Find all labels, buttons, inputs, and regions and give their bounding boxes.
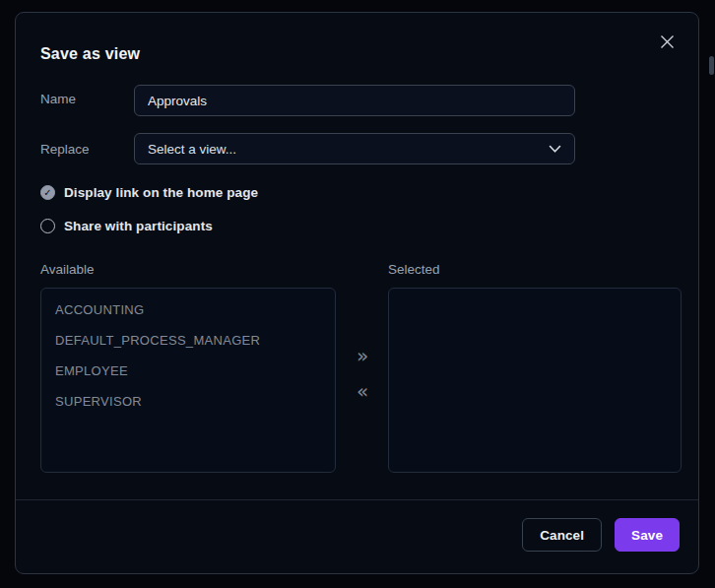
list-item[interactable]: ACCOUNTING <box>41 294 335 325</box>
dialog-footer: Cancel Save <box>16 499 698 573</box>
save-as-view-dialog: Save as view Name Replace Select a view.… <box>15 12 699 574</box>
chevron-down-icon <box>549 145 561 154</box>
replace-select-value: Select a view... <box>148 142 236 157</box>
share-participants-label: Share with participants <box>64 219 213 233</box>
page-background: Save as view Name Replace Select a view.… <box>0 0 715 588</box>
cancel-button[interactable]: Cancel <box>522 518 602 552</box>
display-link-checkbox-row[interactable]: ✓ Display link on the home page <box>40 185 258 200</box>
move-right-button[interactable]: » <box>348 346 377 365</box>
name-input[interactable] <box>134 85 575 116</box>
check-icon: ✓ <box>43 188 51 198</box>
replace-label: Replace <box>40 142 90 157</box>
available-label: Available <box>40 262 95 277</box>
double-chevron-left-icon: « <box>357 379 368 403</box>
name-label: Name <box>40 92 76 106</box>
display-link-label: Display link on the home page <box>64 185 258 200</box>
close-icon <box>659 33 676 53</box>
checkbox-unchecked-icon[interactable]: ✓ <box>40 219 55 233</box>
available-listbox[interactable]: ACCOUNTING DEFAULT_PROCESS_MANAGER EMPLO… <box>40 288 336 473</box>
selected-label: Selected <box>388 262 440 277</box>
list-item[interactable]: SUPERVISOR <box>41 386 335 417</box>
close-button[interactable] <box>655 32 679 55</box>
selected-listbox[interactable] <box>388 288 682 473</box>
list-item[interactable]: EMPLOYEE <box>41 356 335 386</box>
dialog-title: Save as view <box>40 45 140 63</box>
move-left-button[interactable]: « <box>348 381 377 401</box>
list-item[interactable]: DEFAULT_PROCESS_MANAGER <box>41 325 335 356</box>
replace-select[interactable]: Select a view... <box>134 133 575 164</box>
save-button[interactable]: Save <box>615 518 680 552</box>
page-scrollbar[interactable] <box>709 56 714 75</box>
double-chevron-right-icon: » <box>357 344 368 367</box>
checkbox-checked-icon[interactable]: ✓ <box>40 185 55 200</box>
share-participants-checkbox-row[interactable]: ✓ Share with participants <box>40 219 213 233</box>
